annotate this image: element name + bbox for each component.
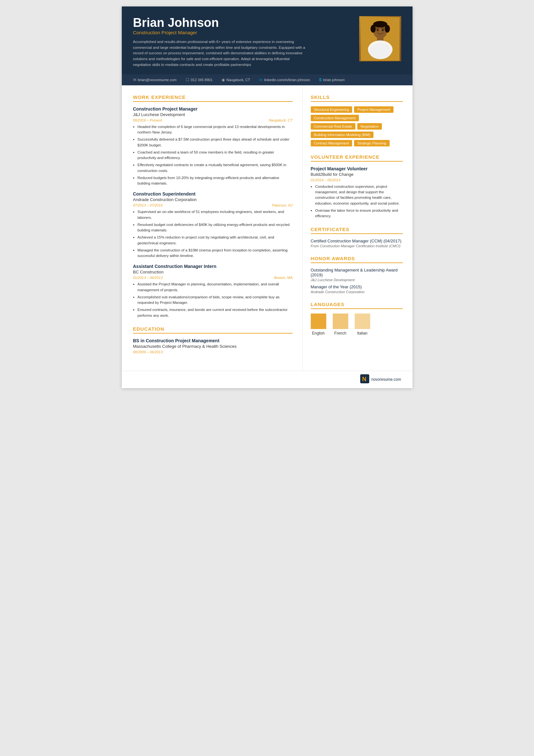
lang-english-bar (311, 313, 326, 329)
skill-tag: Strategic Planning (354, 140, 389, 147)
job-2-company: Andrade Construction Corporation (133, 197, 293, 202)
honor-awards-section: HONOR AWARDS Outstanding Management & Le… (311, 256, 403, 294)
skype-icon: S (319, 78, 322, 82)
job-3-location: Boston, MA (274, 276, 293, 280)
contact-location: ◉ Naugatuck, CT (222, 78, 250, 82)
work-experience-title: WORK EXPERIENCE (133, 94, 293, 102)
job-3-company: BC Construction (133, 270, 293, 274)
logo-icon: N (360, 374, 369, 385)
job-1: Construction Project Manager J&J Lucches… (133, 106, 293, 186)
bullet: Supervised an on-site workforce of 51 em… (133, 209, 293, 220)
bullet: Headed the completion of 6 large commerc… (133, 124, 293, 135)
certificates-title: CERTIFICATES (311, 227, 403, 234)
skills-grid: Structural Engineering Project Managemen… (311, 106, 403, 147)
header-left: Brian Johnson Construction Project Manag… (133, 16, 353, 68)
languages-section: LANGUAGES English French Italian (311, 302, 403, 336)
contact-linkedin: in linkedin.com/in/brian.johnson (259, 78, 310, 82)
lang-italian: Italian (355, 313, 370, 336)
honor-awards-title: HONOR AWARDS (311, 256, 403, 263)
contact-skype: S brian.johnson (319, 78, 345, 82)
award-2-name: Manager of the Year (2015) (311, 284, 403, 289)
lang-english-label: English (312, 331, 325, 336)
lang-french-bar (333, 313, 348, 329)
skills-title: SKILLS (311, 94, 403, 102)
contact-email: ✉ brian@novoresume.com (133, 78, 177, 82)
skill-tag: Contract Management (311, 140, 352, 147)
bullet: Resolved budget cost deficiencies of $40… (133, 222, 293, 233)
body-section: WORK EXPERIENCE Construction Project Man… (122, 85, 413, 371)
location-icon: ◉ (222, 78, 225, 82)
resume-container: Brian Johnson Construction Project Manag… (122, 7, 413, 388)
bullet: Achieved a 15% reduction in project cost… (133, 235, 293, 246)
job-1-title: Construction Project Manager (133, 106, 293, 112)
candidate-title: Construction Project Manager (133, 30, 353, 35)
job-3-meta: 01/2013 – 06/2013 Boston, MA (133, 276, 293, 280)
bullet: Assisted the Project Manager in planning… (133, 282, 293, 293)
bullet: Accomplished sub evaluations/comparison … (133, 294, 293, 306)
edu-degree: BS in Construction Project Management (133, 338, 293, 343)
svg-point-8 (370, 25, 376, 33)
award-1-org: J&J Lucchese Development (311, 278, 403, 282)
skill-tag: Project Management (354, 106, 394, 113)
novoresume-logo-icon: N (360, 374, 369, 383)
lang-french: French (333, 313, 348, 336)
job-3-dates: 01/2013 – 06/2013 (133, 276, 163, 280)
job-1-dates: 08/2016 – Present (133, 118, 162, 122)
skill-tag: Structural Engineering (311, 106, 352, 113)
person-silhouette (361, 17, 400, 61)
photo-placeholder (359, 16, 401, 62)
award-1-name: Outstanding Management & Leadership Awar… (311, 268, 403, 277)
cert-issuer: From Construction Manager Certification … (311, 244, 403, 248)
cert-name: Certified Construction Manager (CCM) (04… (311, 238, 403, 243)
job-2: Construction Superintendent Andrade Cons… (133, 191, 293, 258)
job-3: Assistant Construction Manager Intern BC… (133, 264, 293, 318)
education-title: EDUCATION (133, 326, 293, 334)
work-experience-section: WORK EXPERIENCE Construction Project Man… (133, 94, 293, 318)
job-2-title: Construction Superintendent (133, 191, 293, 197)
svg-point-4 (369, 43, 392, 59)
bullet: Ensured contracts, insurance, and bonds … (133, 307, 293, 318)
lang-italian-label: Italian (357, 331, 367, 336)
lang-english: English (311, 313, 326, 336)
linkedin-icon: in (259, 78, 263, 82)
certificates-section: CERTIFICATES Certified Construction Mana… (311, 227, 403, 248)
job-2-bullets: Supervised an on-site workforce of 51 em… (133, 209, 293, 258)
languages-row: English French Italian (311, 313, 403, 336)
email-icon: ✉ (133, 78, 136, 82)
bullet: Conducted construction supervision, proj… (311, 184, 403, 206)
footer: N novoresume.com (122, 371, 413, 388)
job-1-meta: 08/2016 – Present Naugatuck, CT (133, 118, 293, 122)
volunteer-role: Project Manager Volunteer (311, 166, 403, 171)
volunteer-title: VOLUNTEER EXPERIENCE (311, 154, 403, 162)
candidate-summary: Accomplished and results-driven professi… (133, 39, 308, 68)
skills-section: SKILLS Structural Engineering Project Ma… (311, 94, 403, 147)
job-3-bullets: Assisted the Project Manager in planning… (133, 282, 293, 318)
left-column: WORK EXPERIENCE Construction Project Man… (122, 85, 303, 371)
right-column: SKILLS Structural Engineering Project Ma… (303, 85, 413, 371)
languages-title: LANGUAGES (311, 302, 403, 309)
job-1-bullets: Headed the completion of 6 large commerc… (133, 124, 293, 186)
bullet: Effectively negotiated contracts to crea… (133, 162, 293, 174)
award-2-org: Andrade Construction Corporation (311, 290, 403, 294)
job-2-location: Paterson, NJ (272, 203, 293, 207)
svg-point-9 (385, 25, 390, 33)
job-1-location: Naugatuck, CT (269, 118, 292, 122)
skill-tag: Building Information Modeling (BIM) (311, 132, 374, 138)
skill-tag: Commercial Real Estate (311, 123, 356, 130)
job-2-meta: 07/2013 – 07/2016 Paterson, NJ (133, 203, 293, 207)
job-1-company: J&J Lucchese Development (133, 112, 293, 117)
svg-point-5 (377, 29, 379, 31)
volunteer-bullets: Conducted construction supervision, proj… (311, 184, 403, 219)
header-section: Brian Johnson Construction Project Manag… (122, 7, 413, 74)
bullet: Managed the construction of a $10M cinem… (133, 248, 293, 259)
contact-bar: ✉ brian@novoresume.com ☐ 012 345 8901 ◉ … (122, 74, 413, 85)
contact-phone: ☐ 012 345 8901 (186, 78, 213, 82)
svg-point-7 (373, 21, 387, 27)
lang-italian-bar (355, 313, 370, 329)
svg-point-6 (382, 29, 384, 31)
bullet: Coached and mentored a team of 50 crew m… (133, 149, 293, 161)
edu-dates: 08/2009 – 06/2013 (133, 350, 293, 354)
brand-text: novoresume.com (371, 377, 401, 382)
lang-french-label: French (334, 331, 346, 336)
volunteer-dates: 01/2014 – 05/2014 (311, 178, 403, 182)
